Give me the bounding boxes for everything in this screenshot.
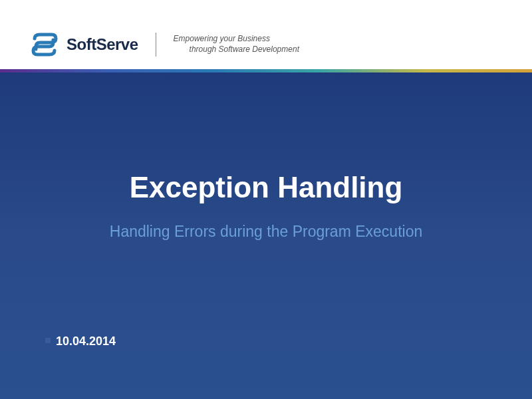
slide-container: SoftServe Empowering your Business throu… <box>0 0 532 399</box>
vertical-divider <box>156 33 156 57</box>
main-content: Exception Handling Handling Errors durin… <box>0 72 532 399</box>
tagline-line2: through Software Development <box>174 45 299 55</box>
date-bullet-icon <box>45 338 51 343</box>
tagline-line1: Empowering your Business <box>174 34 299 45</box>
company-name: SoftServe <box>66 35 138 54</box>
slide-title: Exception Handling <box>0 171 532 204</box>
logo-block: SoftServe Empowering your Business throu… <box>31 31 299 59</box>
slide-date-block: 10.04.2014 <box>45 334 116 348</box>
slide-subtitle: Handling Errors during the Program Execu… <box>0 223 532 241</box>
softserve-logo-icon <box>31 31 59 59</box>
slide-date: 10.04.2014 <box>56 334 116 348</box>
tagline: Empowering your Business through Softwar… <box>174 34 299 55</box>
header: SoftServe Empowering your Business throu… <box>0 0 532 69</box>
